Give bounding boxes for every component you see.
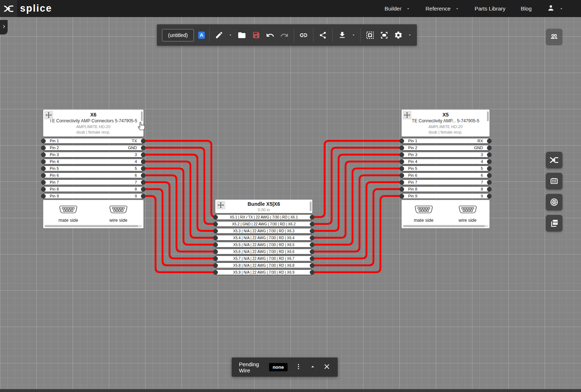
pin-terminal[interactable] xyxy=(487,159,492,164)
pin-row[interactable]: Pin 99 xyxy=(43,193,143,199)
marquee-button[interactable] xyxy=(365,30,375,40)
pin-terminal[interactable] xyxy=(141,173,146,178)
pin-terminal[interactable] xyxy=(41,180,46,185)
pin-row[interactable]: Pin 55 xyxy=(402,166,489,171)
pin-row[interactable]: Pin 77 xyxy=(402,179,489,185)
wire-path[interactable] xyxy=(312,162,402,238)
pin-terminal[interactable] xyxy=(141,194,146,199)
wire-path[interactable] xyxy=(312,175,402,252)
bundle-wire-row[interactable]: X5.4 | N/A | 22 AWG | 7/30 | RD | X6.4 xyxy=(215,235,312,241)
pin-row[interactable]: Pin 88 xyxy=(402,186,489,192)
pin-terminal[interactable] xyxy=(487,194,492,199)
card-vertical-scrollbar[interactable] xyxy=(310,201,312,211)
bundle-wire-row[interactable]: X5.9 | N/A | 22 AWG | 7/30 | RD | X6.9 xyxy=(215,269,312,275)
pin-terminal[interactable] xyxy=(213,270,218,275)
pin-terminal[interactable] xyxy=(41,139,46,143)
pin-terminal[interactable] xyxy=(141,152,146,157)
wire-path[interactable] xyxy=(312,196,402,272)
pin-terminal[interactable] xyxy=(41,187,46,192)
pin-terminal[interactable] xyxy=(310,249,314,254)
pin-terminal[interactable] xyxy=(41,173,46,178)
pin-terminal[interactable] xyxy=(310,270,314,275)
pin-terminal[interactable] xyxy=(141,166,146,171)
expand-left-panel-button[interactable] xyxy=(0,20,8,34)
gear-button[interactable] xyxy=(394,30,403,40)
wire-side-view[interactable]: wire side xyxy=(446,200,489,228)
connector-header[interactable]: X6 TE Connectivity AMP Connectors 5-7479… xyxy=(43,110,143,136)
pin-row[interactable]: Pin 2GND xyxy=(43,145,143,151)
pin-row[interactable]: Pin 2GND xyxy=(402,145,489,151)
bundle-wire-row[interactable]: X5.7 | N/A | 22 AWG | 7/30 | RD | X6.7 xyxy=(215,256,312,261)
pin-row[interactable]: Pin 1RX xyxy=(402,138,489,144)
bundle-wire-row[interactable]: X5.5 | N/A | 22 AWG | 7/30 | RD | X6.5 xyxy=(215,242,312,248)
pin-terminal[interactable] xyxy=(310,215,314,220)
pin-terminal[interactable] xyxy=(399,152,404,157)
pin-terminal[interactable] xyxy=(399,173,404,178)
connector-face-button[interactable] xyxy=(546,173,562,189)
wire-path[interactable] xyxy=(312,189,402,265)
pin-terminal[interactable] xyxy=(487,173,492,178)
mate-side-view[interactable]: mate side xyxy=(43,200,93,228)
pin-row[interactable]: Pin 55 xyxy=(43,166,143,171)
wire-path[interactable] xyxy=(143,148,215,224)
pin-terminal[interactable] xyxy=(213,242,218,247)
pencil-button[interactable] xyxy=(214,30,224,40)
pin-terminal[interactable] xyxy=(310,222,314,226)
move-handle-icon[interactable] xyxy=(403,111,411,119)
pin-terminal[interactable] xyxy=(41,159,46,164)
card-vertical-scrollbar[interactable] xyxy=(487,111,489,121)
brand[interactable]: splice xyxy=(0,0,52,17)
pin-row[interactable]: Pin 99 xyxy=(402,193,489,199)
pin-terminal[interactable] xyxy=(487,146,492,150)
pin-terminal[interactable] xyxy=(41,152,46,157)
connector-card-x5[interactable]: X5 TE Connectivity AMP... 5-747905-5 AMP… xyxy=(402,110,489,228)
pin-terminal[interactable] xyxy=(310,242,314,247)
nav-blog[interactable]: Blog xyxy=(521,5,532,12)
pin-row[interactable]: Pin 44 xyxy=(43,159,143,164)
wire-path[interactable] xyxy=(312,148,402,224)
link-button[interactable] xyxy=(299,30,308,40)
wire-path[interactable] xyxy=(312,182,402,258)
wire-path[interactable] xyxy=(312,168,402,245)
schematic-canvas[interactable]: X6 TE Connectivity AMP Connectors 5-7479… xyxy=(0,0,581,392)
pin-terminal[interactable] xyxy=(41,194,46,199)
pin-terminal[interactable] xyxy=(310,256,314,261)
pin-terminal[interactable] xyxy=(213,256,218,261)
pin-terminal[interactable] xyxy=(213,236,218,240)
mate-side-view[interactable]: mate side xyxy=(402,200,446,228)
pin-terminal[interactable] xyxy=(310,263,314,268)
pin-terminal[interactable] xyxy=(399,146,404,150)
pin-terminal[interactable] xyxy=(41,146,46,150)
close-panel-button[interactable] xyxy=(323,363,330,372)
pin-terminal[interactable] xyxy=(487,166,492,171)
pin-row[interactable]: Pin 66 xyxy=(43,172,143,178)
design-name-field[interactable]: (untitled) xyxy=(162,29,194,41)
chevron-down-icon[interactable] xyxy=(228,33,232,37)
wire-path[interactable] xyxy=(312,141,402,217)
bundle-wire-row[interactable]: X5.1 | RX / TX | 22 AWG | 7/30 | RD | X6… xyxy=(215,214,312,220)
pin-row[interactable]: Pin 33 xyxy=(43,152,143,158)
nav-reference[interactable]: Reference xyxy=(426,5,459,12)
pin-terminal[interactable] xyxy=(213,249,218,254)
pin-terminal[interactable] xyxy=(213,263,218,268)
pin-row[interactable]: Pin 88 xyxy=(43,186,143,192)
nav-parts-library[interactable]: Parts Library xyxy=(475,5,505,12)
pending-wire-value-badge[interactable]: none xyxy=(269,363,288,371)
chevron-down-icon[interactable] xyxy=(352,33,355,37)
connector-card-x6[interactable]: X6 TE Connectivity AMP Connectors 5-7479… xyxy=(43,110,143,228)
pin-terminal[interactable] xyxy=(213,229,218,233)
pdf-export-button[interactable]: PDF xyxy=(546,215,562,232)
pending-wire-menu-button[interactable] xyxy=(295,363,302,372)
wire-side-view[interactable]: wire side xyxy=(93,200,143,228)
redo-button[interactable] xyxy=(280,30,289,40)
pin-terminal[interactable] xyxy=(399,166,404,171)
pin-row[interactable]: Pin 33 xyxy=(402,152,489,158)
save-button[interactable] xyxy=(251,30,261,40)
pin-terminal[interactable] xyxy=(141,187,146,192)
pin-row[interactable]: Pin 66 xyxy=(402,172,489,178)
pin-terminal[interactable] xyxy=(399,194,404,199)
nav-builder[interactable]: Builder xyxy=(385,5,410,12)
pin-terminal[interactable] xyxy=(487,180,492,185)
cable-section-button[interactable] xyxy=(546,194,562,211)
pin-terminal[interactable] xyxy=(399,180,404,185)
